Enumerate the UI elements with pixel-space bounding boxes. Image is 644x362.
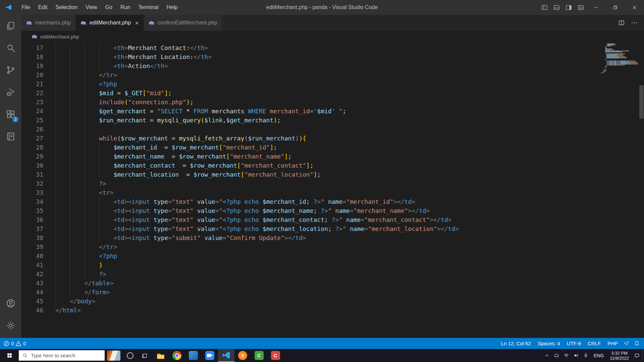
- zoom-taskbar-icon[interactable]: [202, 349, 218, 362]
- editor-scrollbar[interactable]: [639, 42, 644, 338]
- notifications-bell-icon[interactable]: [632, 338, 644, 349]
- code-line-30[interactable]: 30$merchant_contact = $row_merchant["mer…: [21, 161, 644, 170]
- wifi-icon[interactable]: [561, 349, 571, 362]
- taskbar-clock[interactable]: 3:32 PM 11/8/2022: [607, 351, 632, 361]
- more-actions-icon[interactable]: [629, 17, 640, 28]
- notebook-icon[interactable]: [0, 125, 21, 147]
- code-line-43[interactable]: 43</table>: [21, 279, 644, 288]
- c-red-taskbar-icon[interactable]: C: [267, 349, 284, 362]
- task-view-icon[interactable]: [138, 349, 152, 362]
- explorer-icon[interactable]: [0, 15, 21, 37]
- code-line-36[interactable]: 36<td><input type="text" value="<?php ec…: [21, 215, 644, 224]
- code-line-32[interactable]: 32?>: [21, 179, 644, 188]
- xampp-taskbar-icon[interactable]: X: [234, 349, 251, 362]
- menu-run[interactable]: Run: [116, 0, 134, 15]
- code-line-33[interactable]: 33<tr>: [21, 188, 644, 197]
- taskbar-search[interactable]: [19, 350, 105, 361]
- restore-button[interactable]: [606, 0, 625, 15]
- tab-confirmEditMerchant.php[interactable]: confirmEditMerchant.php: [144, 15, 222, 31]
- toggle-panel-icon[interactable]: [550, 0, 562, 15]
- extensions-icon[interactable]: 2: [0, 103, 21, 125]
- code-line-41[interactable]: 41}: [21, 260, 644, 269]
- volume-icon[interactable]: [571, 349, 581, 362]
- settings-icon[interactable]: [0, 314, 21, 337]
- code-line-29[interactable]: 29$merchant_name = $row_merchant["mercha…: [21, 152, 644, 161]
- code-line-44[interactable]: 44</form>: [21, 288, 644, 297]
- minimap[interactable]: [601, 44, 638, 74]
- code-line-37[interactable]: 37<td><input type="text" value="<?php ec…: [21, 224, 644, 233]
- code-line-39[interactable]: 39</tr>: [21, 242, 644, 251]
- close-tab-icon[interactable]: ×: [135, 20, 139, 26]
- code-line-26[interactable]: 26: [21, 125, 644, 134]
- code-line-24[interactable]: 24$get_merchant = "SELECT * FROM merchan…: [21, 107, 644, 116]
- code-line-27[interactable]: 27while($row_merchant = mysqli_fetch_arr…: [21, 134, 644, 143]
- search-icon[interactable]: [0, 37, 21, 59]
- source-control-icon[interactable]: [0, 59, 21, 81]
- code-line-42[interactable]: 42?>: [21, 269, 644, 279]
- minimize-button[interactable]: [587, 0, 606, 15]
- code-line-22[interactable]: 22$mid = $_GET["mid"];: [21, 88, 644, 98]
- breadcrumb[interactable]: editMerchant.php: [21, 31, 644, 42]
- toggle-primary-sidebar-icon[interactable]: [538, 0, 550, 15]
- eol-indicator[interactable]: CRLF: [584, 338, 604, 349]
- accounts-icon[interactable]: [0, 292, 21, 314]
- run-and-debug-icon[interactable]: [0, 81, 21, 103]
- chrome-taskbar-icon[interactable]: [169, 349, 185, 362]
- toggle-secondary-sidebar-icon[interactable]: [562, 0, 575, 15]
- code-line-34[interactable]: 34<td><input type="text" value="<?php ec…: [21, 197, 644, 206]
- tab-merchants.php[interactable]: merchants.php: [21, 15, 76, 31]
- chevron-up-icon[interactable]: [542, 349, 552, 362]
- show-desktop-button[interactable]: [642, 349, 644, 362]
- cloud-icon[interactable]: [552, 349, 561, 362]
- taskbar-search-input[interactable]: [31, 353, 98, 358]
- editor[interactable]: 17<th>Merchant Contact:</th>18<th>Mercha…: [21, 42, 644, 338]
- menu-selection[interactable]: Selection: [51, 0, 82, 15]
- menu-terminal[interactable]: Terminal: [134, 0, 162, 15]
- code-line-20[interactable]: 20</tr>: [21, 70, 644, 79]
- vscode-taskbar-icon[interactable]: [218, 349, 234, 362]
- code-line-25[interactable]: 25$run_merchant = mysqli_query($link,$ge…: [21, 116, 644, 125]
- feedback-icon[interactable]: [621, 338, 632, 349]
- php-file-icon: [32, 34, 38, 39]
- split-editor-icon[interactable]: [616, 17, 627, 28]
- encoding-indicator[interactable]: UTF-8: [563, 338, 584, 349]
- code-line-31[interactable]: 31$merchant_location = $row_merchant["me…: [21, 170, 644, 179]
- blue-app-taskbar-icon[interactable]: [185, 349, 202, 362]
- c-green-taskbar-icon[interactable]: C: [251, 349, 267, 362]
- close-window-button[interactable]: [625, 0, 644, 15]
- code-line-28[interactable]: 28$merchant_id = $row_merchant["merchant…: [21, 143, 644, 152]
- line-number: 41: [21, 260, 55, 269]
- code-line-40[interactable]: 40<?php: [21, 251, 644, 260]
- search-icon: [22, 353, 28, 358]
- code-line-21[interactable]: 21<?php: [21, 79, 644, 88]
- code-line-23[interactable]: 23include("connection.php");: [21, 98, 644, 107]
- code-line-19[interactable]: 19<th>Action</th>: [21, 61, 644, 70]
- mic-icon[interactable]: [581, 349, 591, 362]
- indentation-indicator[interactable]: Spaces: 4: [534, 338, 564, 349]
- tab-editMerchant.php[interactable]: editMerchant.php×: [76, 15, 144, 31]
- code-line-38[interactable]: 38<td><input type="submit" value="Confir…: [21, 233, 644, 242]
- customize-layout-icon[interactable]: [575, 0, 587, 15]
- file-explorer-taskbar-icon[interactable]: [152, 349, 169, 362]
- menu-file[interactable]: File: [17, 0, 34, 15]
- code-line-45[interactable]: 45</body>: [21, 297, 644, 306]
- cortana-icon[interactable]: [123, 349, 138, 362]
- code-line-17[interactable]: 17<th>Merchant Contact:</th>: [21, 43, 644, 52]
- menu-go[interactable]: Go: [101, 0, 116, 15]
- menu-help[interactable]: Help: [163, 0, 182, 15]
- activity-bar-top: 2: [0, 15, 21, 147]
- start-button[interactable]: [0, 349, 19, 362]
- menu-edit[interactable]: Edit: [34, 0, 52, 15]
- code-line-46[interactable]: 46</html>: [21, 306, 644, 315]
- line-number: 31: [21, 170, 55, 179]
- problems-indicator[interactable]: 0 0: [0, 338, 30, 349]
- language-indicator[interactable]: PHP: [604, 338, 621, 349]
- code-line-18[interactable]: 18<th>Merchant Location:</th>: [21, 52, 644, 61]
- code-line-35[interactable]: 35<td><input type="text" value="<?php ec…: [21, 206, 644, 215]
- scrollbar-thumb[interactable]: [639, 85, 644, 119]
- menu-view[interactable]: View: [82, 0, 101, 15]
- cursor-position[interactable]: Ln 12, Col 62: [498, 338, 534, 349]
- notification-center-icon[interactable]: [632, 349, 642, 362]
- keyboard-language[interactable]: ENG: [591, 353, 607, 358]
- news-widget-thumbnail[interactable]: [107, 351, 120, 361]
